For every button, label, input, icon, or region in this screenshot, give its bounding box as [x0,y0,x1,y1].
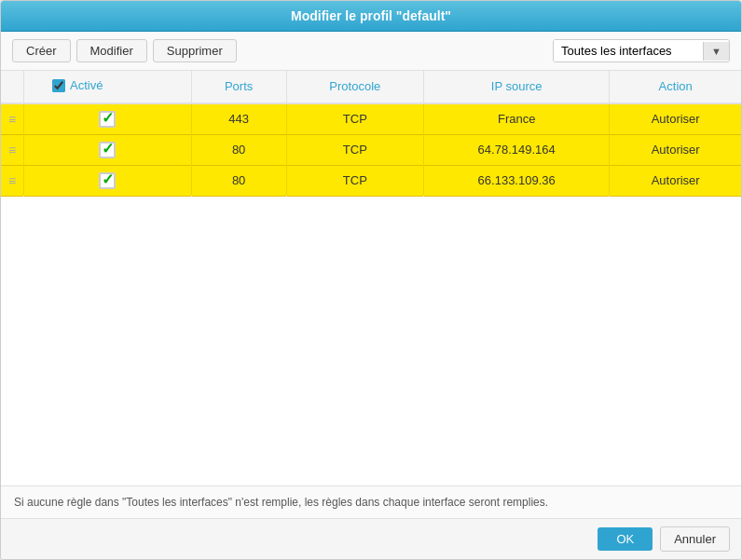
dialog-footer: OK Annuler [1,518,741,559]
drag-handle-icon: ≡ [8,112,16,127]
dialog-title-text: Modifier le profil "default" [291,8,451,23]
table-header-row: Activé Ports Protocole IP source Action [1,71,741,103]
rules-table: Activé Ports Protocole IP source Action [1,71,741,197]
ok-button[interactable]: OK [598,527,653,551]
row-protocol: TCP [286,134,423,165]
row-ip-source: 66.133.109.36 [423,165,609,196]
row-protocol: TCP [286,103,423,135]
create-button[interactable]: Créer [12,39,71,62]
toolbar: Créer Modifier Supprimer Toutes les inte… [1,32,741,71]
drag-handle[interactable]: ≡ [1,165,24,196]
col-action-header: Action [610,71,741,103]
table-body: ≡✓443TCPFranceAutoriser≡✓80TCP64.78.149.… [1,103,741,197]
drag-handle-icon: ≡ [8,173,16,188]
row-ports: 80 [191,165,286,196]
interface-dropdown[interactable]: Toutes les interfaces eth0 eth1 lo [554,40,703,61]
row-action: Autoriser [610,134,741,165]
table-row[interactable]: ≡✓80TCP64.78.149.164Autoriser [1,134,741,165]
col-drag-header [1,71,24,103]
row-check-visual: ✓ [99,111,116,128]
row-active-cell[interactable]: ✓ [24,103,192,135]
select-all-checkbox[interactable] [52,79,65,92]
footer-note: Si aucune règle dans "Toutes les interfa… [1,485,741,518]
chevron-down-icon: ▼ [703,42,729,61]
table-row[interactable]: ≡✓443TCPFranceAutoriser [1,103,741,135]
col-active-label: Activé [70,78,103,92]
col-ipsource-header: IP source [423,71,609,103]
col-active-header: Activé [24,71,192,103]
delete-button[interactable]: Supprimer [153,39,237,62]
col-ports-header: Ports [191,71,286,103]
row-check-visual: ✓ [99,172,116,189]
footer-note-text: Si aucune règle dans "Toutes les interfa… [14,496,548,509]
col-protocol-header: Protocole [286,71,423,103]
row-action: Autoriser [610,103,741,135]
cancel-button[interactable]: Annuler [660,526,730,552]
modify-button[interactable]: Modifier [76,39,147,62]
dialog-title: Modifier le profil "default" [1,1,741,32]
row-ip-source: 64.78.149.164 [423,134,609,165]
row-ip-source: France [423,103,609,135]
table-row[interactable]: ≡✓80TCP66.133.109.36Autoriser [1,165,741,196]
interface-dropdown-wrapper[interactable]: Toutes les interfaces eth0 eth1 lo ▼ [553,39,730,62]
drag-handle[interactable]: ≡ [1,134,24,165]
row-active-cell[interactable]: ✓ [24,165,192,196]
row-active-cell[interactable]: ✓ [24,134,192,165]
row-action: Autoriser [610,165,741,196]
check-mark-icon: ✓ [102,140,114,157]
row-ports: 443 [191,103,286,135]
check-mark-icon: ✓ [102,171,114,188]
check-mark-icon: ✓ [102,109,114,127]
row-check-visual: ✓ [99,142,116,158]
row-protocol: TCP [286,165,423,196]
drag-handle-icon: ≡ [8,143,16,157]
header-checkbox-wrapper: Activé [52,78,103,92]
drag-handle[interactable]: ≡ [1,103,24,135]
rules-table-container: Activé Ports Protocole IP source Action [1,71,741,485]
dialog: Modifier le profil "default" Créer Modif… [0,0,742,560]
row-ports: 80 [191,134,286,165]
